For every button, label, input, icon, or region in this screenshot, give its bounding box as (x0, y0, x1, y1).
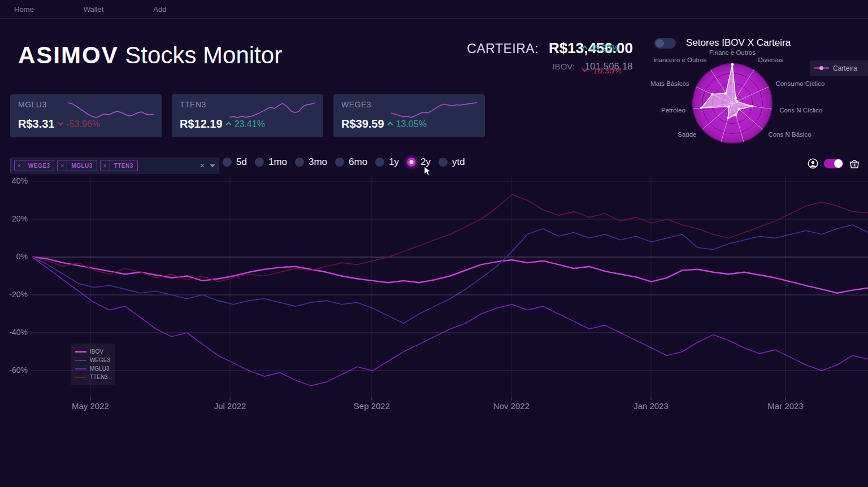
radar-axis-label: Petróleo (661, 107, 685, 114)
x-axis-labels: May 2022Jul 2022Sep 2022Nov 2022Jan 2023… (0, 401, 868, 412)
radio-dot[interactable] (255, 158, 264, 167)
radio-dot[interactable] (335, 158, 344, 167)
tag-label: MGLU3 (67, 160, 97, 171)
remove-tag-button[interactable]: × (101, 160, 110, 171)
series-line-tten3 (32, 195, 868, 282)
dropdown-caret-icon[interactable] (210, 164, 215, 167)
legend-marker (75, 368, 86, 369)
y-tick-label: 0% (0, 252, 28, 261)
price-row: R$12.19 23.41% (180, 118, 265, 131)
period-radio-1mo[interactable]: 1mo (255, 156, 287, 168)
chart-legend: IBOVWEGE3MGLU3TTEN3 (71, 343, 115, 385)
carteira-label: CARTEIRA: (467, 41, 539, 56)
period-label: 5d (236, 156, 247, 168)
radar-axis-label: Consumo Cíclico (775, 80, 824, 87)
series-line-ibov (32, 257, 868, 293)
x-tick-label: Jul 2022 (202, 401, 258, 411)
legend-item-mglu3[interactable]: MGLU3 (75, 364, 110, 373)
radar-axis-label: Financ e Outros (709, 49, 756, 56)
radar-vertex-dot (727, 116, 730, 119)
price-row: R$3.31 -53.96% (18, 118, 100, 131)
legend-marker (75, 351, 86, 353)
radio-dot[interactable] (295, 158, 304, 167)
period-label: 1y (389, 156, 399, 168)
stock-price: R$12.19 (180, 118, 223, 131)
price-row: R$39.59 13.05% (341, 118, 427, 131)
period-radio-1y[interactable]: 1y (375, 156, 399, 168)
radar-axis-label: Diversos (758, 56, 783, 63)
remove-tag-button[interactable]: × (15, 160, 24, 171)
legend-item-ibov[interactable]: IBOV (75, 347, 110, 356)
brand-name: ASIMOV (18, 42, 119, 68)
chevron-up-icon (388, 121, 393, 127)
page-title-rest: Stocks Monitor (119, 42, 282, 68)
chevron-up-icon (582, 45, 587, 50)
x-tick-label: Jan 2023 (623, 401, 679, 411)
legend-item-tten3[interactable]: TTEN3 (75, 373, 110, 381)
ticker-tag-mglu3[interactable]: ×MGLU3 (57, 160, 97, 171)
nav-item-home[interactable]: Home (14, 5, 34, 14)
x-tick-label: May 2022 (62, 401, 119, 411)
stock-card-tten3[interactable]: TTEN3 R$12.19 23.41% (172, 94, 323, 137)
stock-card-wege3[interactable]: WEGE3 R$39.59 13.05% (333, 94, 485, 137)
legend-item-wege3[interactable]: WEGE3 (75, 356, 110, 364)
chart-controls (808, 158, 860, 169)
radar-vertex-dot (724, 92, 727, 95)
mouse-cursor (424, 166, 432, 176)
carteira-change-value: 45.20% (590, 43, 619, 53)
radar-axis-label: Saúde (678, 131, 696, 138)
radio-dot[interactable] (407, 158, 416, 167)
stock-price: R$3.31 (18, 118, 55, 131)
radar-legend-item-carteira[interactable]: Carteira (810, 60, 868, 76)
legend-marker (75, 377, 86, 378)
app-root: HomeWalletAdd ASIMOV Stocks Monitor CART… (0, 0, 868, 487)
user-icon[interactable] (808, 158, 818, 169)
radio-dot[interactable] (439, 158, 448, 167)
nav-item-wallet[interactable]: Wallet (84, 5, 104, 14)
page-title: ASIMOV Stocks Monitor (18, 42, 282, 69)
setores-toggle[interactable] (654, 38, 676, 49)
setores-title: Setores IBOV X Carteira (686, 37, 791, 49)
clear-selection-button[interactable]: × (200, 162, 205, 169)
stock-change: 13.05% (396, 119, 427, 129)
remove-tag-button[interactable]: × (58, 160, 67, 171)
sparkline-path (229, 103, 315, 118)
toggle-knob (656, 39, 664, 47)
portfolio-summary: CARTEIRA: R$13,456.00 IBOV: 101,506.18 4… (390, 40, 633, 72)
basket-icon[interactable] (849, 158, 860, 169)
legend-marker (75, 360, 86, 361)
radio-dot[interactable] (223, 158, 232, 167)
performance-chart-svg (32, 177, 868, 402)
radar-vertex-dot (727, 105, 730, 108)
carteira-change: 45.20% (582, 43, 619, 53)
stock-change: 23.41% (235, 119, 265, 129)
period-radio-ytd[interactable]: ytd (439, 156, 465, 168)
legend-label: IBOV (90, 349, 103, 355)
period-radio-6mo[interactable]: 6mo (335, 156, 367, 168)
ticker-tag-wege3[interactable]: ×WEGE3 (14, 160, 54, 171)
radar-vertex-dot (735, 100, 738, 103)
chevron-down-icon (582, 68, 587, 73)
chart-mode-toggle[interactable] (824, 159, 843, 168)
ibov-change: -16.30% (582, 66, 622, 75)
nav-item-add[interactable]: Add (153, 5, 166, 14)
legend-label: TTEN3 (90, 374, 108, 380)
carteira-line-marker-icon (814, 67, 829, 69)
radio-dot[interactable] (375, 158, 384, 167)
radar-vertex-dot (737, 108, 740, 111)
chevron-down-icon (58, 121, 63, 127)
radar-axis-label: Mats Básicos (650, 80, 689, 87)
radar-vertex-dot (751, 105, 754, 108)
x-tick-label: Mar 2023 (757, 401, 814, 411)
period-radio-3mo[interactable]: 3mo (295, 156, 327, 168)
ticker-tag-tten3[interactable]: ×TTEN3 (100, 160, 138, 171)
period-label: 1mo (268, 156, 287, 168)
multiselect-controls: × (200, 162, 215, 169)
ticker-multiselect[interactable]: ×WEGE3×MGLU3×TTEN3 × (10, 158, 219, 173)
legend-label: MGLU3 (90, 366, 109, 372)
stock-price: R$39.59 (341, 118, 384, 131)
x-tick-label: Sep 2022 (344, 401, 400, 411)
stock-card-mglu3[interactable]: MGLU3 R$3.31 -53.96% (10, 94, 162, 137)
period-radio-5d[interactable]: 5d (223, 156, 247, 168)
y-tick-label: 20% (0, 214, 28, 223)
